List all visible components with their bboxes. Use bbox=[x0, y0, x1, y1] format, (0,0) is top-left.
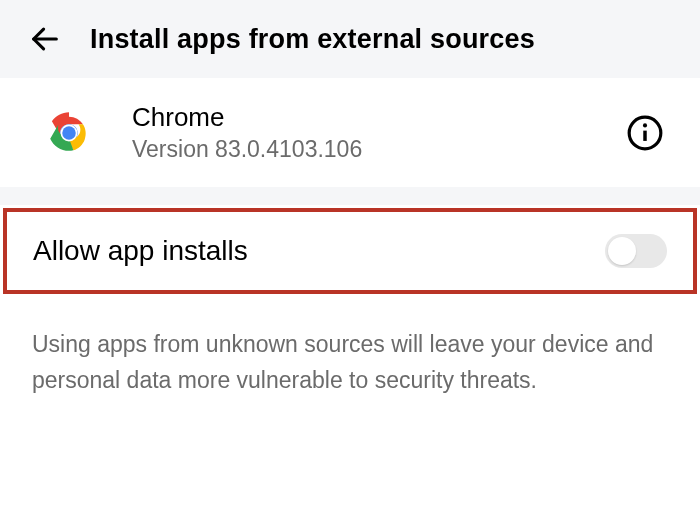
app-version: Version 83.0.4103.106 bbox=[132, 136, 626, 163]
app-name: Chrome bbox=[132, 102, 626, 133]
page-title: Install apps from external sources bbox=[90, 24, 535, 55]
svg-point-4 bbox=[62, 126, 76, 140]
allow-installs-row[interactable]: Allow app installs bbox=[3, 208, 697, 294]
header-bar: Install apps from external sources bbox=[0, 0, 700, 78]
toggle-knob bbox=[608, 237, 636, 265]
section-divider bbox=[0, 187, 700, 205]
back-arrow-icon[interactable] bbox=[28, 22, 62, 56]
app-info-row: Chrome Version 83.0.4103.106 bbox=[0, 78, 700, 187]
toggle-label: Allow app installs bbox=[33, 235, 248, 267]
app-text-block: Chrome Version 83.0.4103.106 bbox=[96, 102, 626, 163]
chrome-icon bbox=[42, 106, 96, 160]
warning-text: Using apps from unknown sources will lea… bbox=[0, 297, 700, 424]
svg-point-7 bbox=[643, 123, 647, 127]
info-icon[interactable] bbox=[626, 114, 664, 152]
allow-installs-toggle[interactable] bbox=[605, 234, 667, 268]
